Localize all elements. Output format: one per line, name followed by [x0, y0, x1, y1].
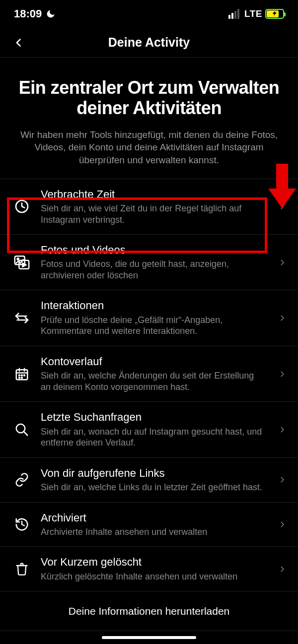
trash-icon — [12, 562, 32, 577]
row-title: Kontoverlauf — [41, 355, 262, 368]
header-title: Ein zentraler Ort zum Verwalten deiner A… — [15, 77, 283, 119]
row-title: Letzte Suchanfragen — [41, 411, 262, 424]
back-button[interactable] — [9, 33, 29, 53]
clock-icon — [12, 198, 32, 214]
row-archived[interactable]: Archiviert Archivierte Inhalte ansehen u… — [0, 503, 298, 547]
row-photos-videos[interactable]: Fotos und Videos Fotos und Videos, die d… — [0, 235, 298, 290]
row-title: Von dir aufgerufene Links — [41, 467, 262, 480]
home-indicator[interactable] — [102, 636, 196, 639]
row-recent-searches[interactable]: Letzte Suchanfragen Sieh dir an, wonach … — [0, 402, 298, 457]
row-desc: Prüfe und lösche deine „Gefällt mir“-Ang… — [41, 315, 262, 337]
svg-line-15 — [24, 432, 28, 436]
activity-list: Verbrachte Zeit Sieh dir an, wie viel Ze… — [0, 179, 298, 632]
svg-point-2 — [17, 258, 19, 259]
chevron-right-icon — [276, 201, 288, 212]
svg-point-12 — [19, 377, 20, 378]
row-desc: Archivierte Inhalte ansehen und verwalte… — [41, 526, 262, 538]
svg-marker-4 — [22, 263, 26, 266]
navigation-bar: Deine Activity — [0, 28, 298, 58]
row-title: Vor Kurzem gelöscht — [41, 556, 262, 569]
row-text: Interaktionen Prüfe und lösche deine „Ge… — [41, 299, 267, 336]
row-desc: Sieh dir an, welche Änderungen du seit d… — [41, 370, 262, 392]
row-title: Interaktionen — [41, 299, 262, 312]
row-title: Verbrachte Zeit — [41, 188, 262, 201]
chevron-right-icon — [276, 564, 288, 575]
calendar-icon — [12, 367, 32, 382]
row-text: Vor Kurzem gelöscht Kürzlich gelöschte I… — [41, 556, 267, 582]
status-bar: 18:09 LTE — [0, 0, 298, 28]
row-desc: Sieh dir an, wonach du auf Instagram ges… — [41, 426, 262, 449]
row-text: Fotos und Videos Fotos und Videos, die d… — [41, 244, 267, 281]
row-text: Von dir aufgerufene Links Sieh dir an, w… — [41, 467, 267, 493]
download-info-label: Deine Informationen herunterladen — [69, 605, 230, 617]
cellular-signal-icon — [228, 9, 239, 19]
archive-history-icon — [12, 517, 32, 532]
page-header: Ein zentraler Ort zum Verwalten deiner A… — [0, 58, 298, 179]
chevron-right-icon — [276, 369, 288, 380]
chevron-right-icon — [276, 424, 288, 435]
chevron-right-icon — [276, 474, 288, 485]
row-time-spent[interactable]: Verbrachte Zeit Sieh dir an, wie viel Ze… — [0, 179, 298, 235]
page-title: Deine Activity — [108, 35, 190, 50]
row-text: Verbrachte Zeit Sieh dir an, wie viel Ze… — [41, 188, 267, 225]
row-interactions[interactable]: Interaktionen Prüfe und lösche deine „Ge… — [0, 290, 298, 346]
row-desc: Kürzlich gelöschte Inhalte ansehen und v… — [41, 571, 262, 582]
svg-point-9 — [19, 375, 20, 376]
link-icon — [12, 472, 32, 487]
row-account-history[interactable]: Kontoverlauf Sieh dir an, welche Änderun… — [0, 346, 298, 402]
chevron-left-icon — [14, 35, 24, 51]
row-recently-deleted[interactable]: Vor Kurzem gelöscht Kürzlich gelöschte I… — [0, 547, 298, 591]
chevron-right-icon — [276, 257, 288, 268]
media-icon — [12, 254, 32, 271]
battery-charging-icon — [265, 9, 284, 19]
svg-point-11 — [24, 375, 25, 376]
svg-point-13 — [21, 377, 22, 378]
row-download-info[interactable]: Deine Informationen herunterladen — [0, 591, 298, 631]
row-title: Fotos und Videos — [41, 244, 262, 257]
search-icon — [12, 422, 32, 437]
row-text: Kontoverlauf Sieh dir an, welche Änderun… — [41, 355, 267, 392]
row-desc: Sieh dir an, welche Links du in letzter … — [41, 482, 262, 493]
chevron-right-icon — [276, 519, 288, 530]
svg-point-10 — [21, 375, 22, 376]
chevron-right-icon — [276, 313, 288, 323]
row-desc: Fotos und Videos, die du geteilt hast, a… — [41, 258, 262, 281]
row-title: Archiviert — [41, 512, 262, 524]
network-type-label: LTE — [244, 8, 262, 19]
header-subtitle: Wir haben mehr Tools hinzugefügt, mit de… — [15, 129, 283, 167]
row-text: Archiviert Archivierte Inhalte ansehen u… — [41, 512, 267, 538]
row-desc: Sieh dir an, wie viel Zeit du in der Reg… — [41, 203, 262, 225]
row-links-visited[interactable]: Von dir aufgerufene Links Sieh dir an, w… — [0, 458, 298, 503]
swap-arrows-icon — [12, 310, 32, 326]
row-text: Letzte Suchanfragen Sieh dir an, wonach … — [41, 411, 267, 448]
do-not-disturb-icon — [46, 9, 56, 19]
status-time: 18:09 — [14, 7, 42, 20]
